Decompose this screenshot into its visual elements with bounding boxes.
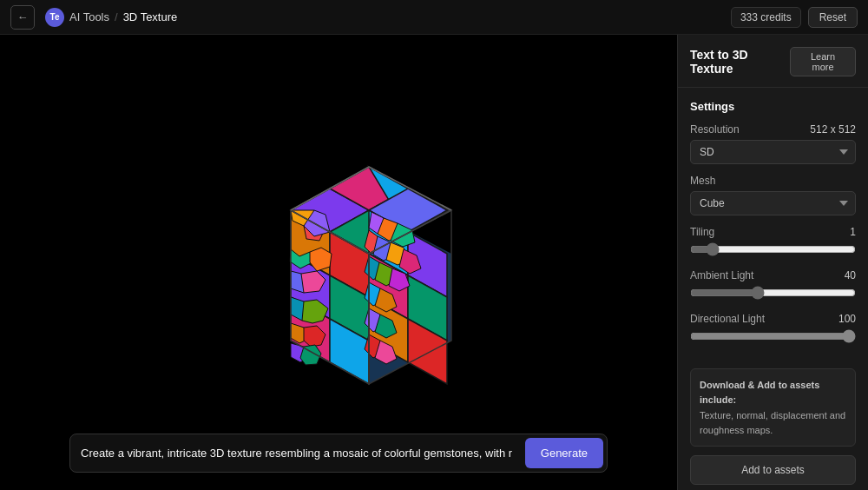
panel-header: Text to 3D Texture Learn more bbox=[678, 35, 868, 88]
ambient-light-value: 40 bbox=[845, 269, 856, 281]
resolution-value: 512 x 512 bbox=[810, 123, 856, 136]
resolution-select[interactable]: SD HD bbox=[690, 140, 856, 164]
prompt-input[interactable] bbox=[81, 436, 515, 470]
panel-title: Text to 3D Texture bbox=[690, 48, 790, 76]
ambient-light-label: Ambient Light bbox=[690, 269, 753, 281]
settings-title: Settings bbox=[690, 100, 856, 113]
settings-section: Settings Resolution 512 x 512 SD HD Mesh bbox=[678, 88, 868, 368]
topbar: ← Te AI Tools / 3D Texture 333 credits R… bbox=[0, 0, 868, 35]
tiling-value: 1 bbox=[850, 226, 856, 238]
right-panel: Text to 3D Texture Learn more Settings R… bbox=[677, 35, 868, 490]
resolution-label: Resolution bbox=[690, 123, 740, 136]
credits-badge: 333 credits bbox=[731, 7, 801, 28]
directional-light-field: Directional Light 100 bbox=[690, 313, 856, 346]
directional-light-value: 100 bbox=[838, 313, 856, 325]
breadcrumb-current: 3D Texture bbox=[123, 10, 178, 23]
prompt-bar: Generate bbox=[69, 434, 608, 473]
canvas-area: Generate bbox=[0, 35, 677, 490]
cube-preview bbox=[217, 128, 460, 371]
breadcrumb: AI Tools / 3D Texture bbox=[69, 10, 177, 23]
resolution-field: Resolution 512 x 512 SD HD bbox=[690, 123, 856, 164]
mesh-select[interactable]: Cube Sphere Plane bbox=[690, 191, 856, 215]
ambient-light-slider[interactable] bbox=[690, 286, 856, 300]
directional-light-label: Directional Light bbox=[690, 313, 765, 325]
main-area: Generate Text to 3D Texture Learn more S… bbox=[0, 35, 868, 490]
learn-more-button[interactable]: Learn more bbox=[790, 47, 856, 76]
tiling-field: Tiling 1 bbox=[690, 226, 856, 259]
reset-button[interactable]: Reset bbox=[808, 7, 858, 28]
avatar: Te bbox=[45, 8, 64, 27]
info-box-text: Texture, normal, displacement and roughn… bbox=[700, 408, 846, 437]
generate-button[interactable]: Generate bbox=[525, 438, 603, 468]
add-assets-button[interactable]: Add to assets bbox=[690, 455, 856, 485]
info-box-title: Download & Add to assets include: bbox=[700, 378, 846, 407]
tiling-label: Tiling bbox=[690, 226, 714, 238]
breadcrumb-parent: AI Tools bbox=[69, 10, 109, 23]
directional-light-slider[interactable] bbox=[690, 329, 856, 343]
mesh-field: Mesh Cube Sphere Plane bbox=[690, 175, 856, 215]
back-icon: ← bbox=[17, 10, 29, 23]
info-box: Download & Add to assets include: Textur… bbox=[690, 368, 856, 447]
tiling-slider[interactable] bbox=[690, 242, 856, 256]
ambient-light-field: Ambient Light 40 bbox=[690, 269, 856, 302]
back-button[interactable]: ← bbox=[10, 5, 35, 30]
mesh-label: Mesh bbox=[690, 175, 715, 187]
breadcrumb-separator: / bbox=[115, 10, 118, 23]
